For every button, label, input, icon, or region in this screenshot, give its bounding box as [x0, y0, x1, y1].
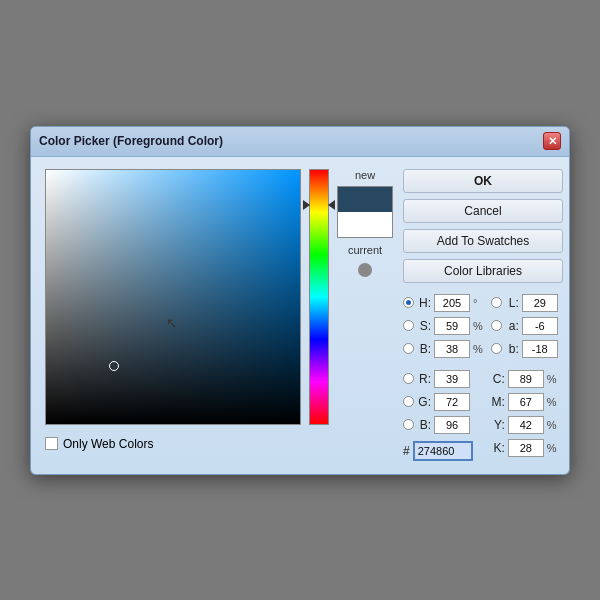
a-input[interactable] [522, 317, 558, 335]
k-field-row: K: % [491, 438, 558, 458]
web-colors-label: Only Web Colors [63, 437, 153, 451]
m-label: M: [491, 395, 505, 409]
a-label: a: [505, 319, 519, 333]
l-label: L: [505, 296, 519, 310]
current-color-swatch [338, 212, 392, 237]
gradient-overlay [46, 170, 300, 424]
hsb-rgb-col: H: ° S: % B: [403, 293, 483, 460]
a-field-row: a: [491, 316, 558, 336]
hue-unit: ° [473, 297, 477, 309]
hue-input[interactable] [434, 294, 470, 312]
c-label: C: [491, 372, 505, 386]
blue-input[interactable] [434, 416, 470, 434]
web-colors-icon [358, 263, 372, 277]
saturation-input[interactable] [434, 317, 470, 335]
green-radio[interactable] [403, 396, 414, 407]
web-colors-row: Only Web Colors [45, 437, 393, 451]
green-input[interactable] [434, 393, 470, 411]
hue-gradient [310, 170, 328, 424]
hex-row: # [403, 442, 483, 460]
l-radio[interactable] [491, 297, 502, 308]
c-input[interactable] [508, 370, 544, 388]
hue-label: H: [417, 296, 431, 310]
y-unit: % [547, 419, 557, 431]
brightness-unit: % [473, 343, 483, 355]
red-field-row: R: [403, 369, 483, 389]
m-input[interactable] [508, 393, 544, 411]
saturation-unit: % [473, 320, 483, 332]
m-field-row: M: % [491, 392, 558, 412]
right-panel: OK Cancel Add To Swatches Color Librarie… [403, 169, 563, 460]
blue-radio[interactable] [403, 419, 414, 430]
l-field-row: L: [491, 293, 558, 313]
m-unit: % [547, 396, 557, 408]
picker-row: ↖ new current [45, 169, 393, 425]
hue-slider[interactable] [309, 169, 329, 425]
b-lab-input[interactable] [522, 340, 558, 358]
hex-hash: # [403, 444, 410, 458]
red-label: R: [417, 372, 431, 386]
green-label: G: [417, 395, 431, 409]
y-input[interactable] [508, 416, 544, 434]
hue-arrow-left-icon [303, 200, 310, 210]
k-input[interactable] [508, 439, 544, 457]
saturation-radio[interactable] [403, 320, 414, 331]
b-lab-field-row: b: [491, 339, 558, 359]
ok-button[interactable]: OK [403, 169, 563, 193]
current-label: current [348, 244, 382, 256]
c-field-row: C: % [491, 369, 558, 389]
close-button[interactable]: ✕ [543, 132, 561, 150]
b-lab-label: b: [505, 342, 519, 356]
title-bar: Color Picker (Foreground Color) ✕ [31, 127, 569, 157]
green-field-row: G: [403, 392, 483, 412]
new-label: new [355, 169, 375, 181]
a-radio[interactable] [491, 320, 502, 331]
brightness-field-row: B: % [403, 339, 483, 359]
hue-radio[interactable] [403, 297, 414, 308]
l-input[interactable] [522, 294, 558, 312]
cancel-button[interactable]: Cancel [403, 199, 563, 223]
preview-section: new current [337, 169, 393, 277]
k-label: K: [491, 441, 505, 455]
blue-field-row: B: [403, 415, 483, 435]
color-preview [337, 186, 393, 238]
brightness-label: B: [417, 342, 431, 356]
add-to-swatches-button[interactable]: Add To Swatches [403, 229, 563, 253]
fields-section: H: ° S: % B: [403, 293, 563, 460]
web-colors-checkbox[interactable] [45, 437, 58, 450]
c-unit: % [547, 373, 557, 385]
hex-input[interactable] [414, 442, 472, 460]
brightness-radio[interactable] [403, 343, 414, 354]
color-gradient-picker[interactable]: ↖ [45, 169, 301, 425]
brightness-input[interactable] [434, 340, 470, 358]
red-input[interactable] [434, 370, 470, 388]
saturation-field-row: S: % [403, 316, 483, 336]
blue-label: B: [417, 418, 431, 432]
y-label: Y: [491, 418, 505, 432]
hue-field-row: H: ° [403, 293, 483, 313]
color-libraries-button[interactable]: Color Libraries [403, 259, 563, 283]
saturation-label: S: [417, 319, 431, 333]
lab-cmyk-col: L: a: b: [491, 293, 558, 460]
color-picker-dialog: Color Picker (Foreground Color) ✕ ↖ [30, 126, 570, 475]
dialog-body: ↖ new current [31, 157, 569, 474]
b-lab-radio[interactable] [491, 343, 502, 354]
new-color-swatch [338, 187, 392, 212]
red-radio[interactable] [403, 373, 414, 384]
k-unit: % [547, 442, 557, 454]
hue-arrow-right-icon [328, 200, 335, 210]
y-field-row: Y: % [491, 415, 558, 435]
dialog-title: Color Picker (Foreground Color) [39, 134, 223, 148]
